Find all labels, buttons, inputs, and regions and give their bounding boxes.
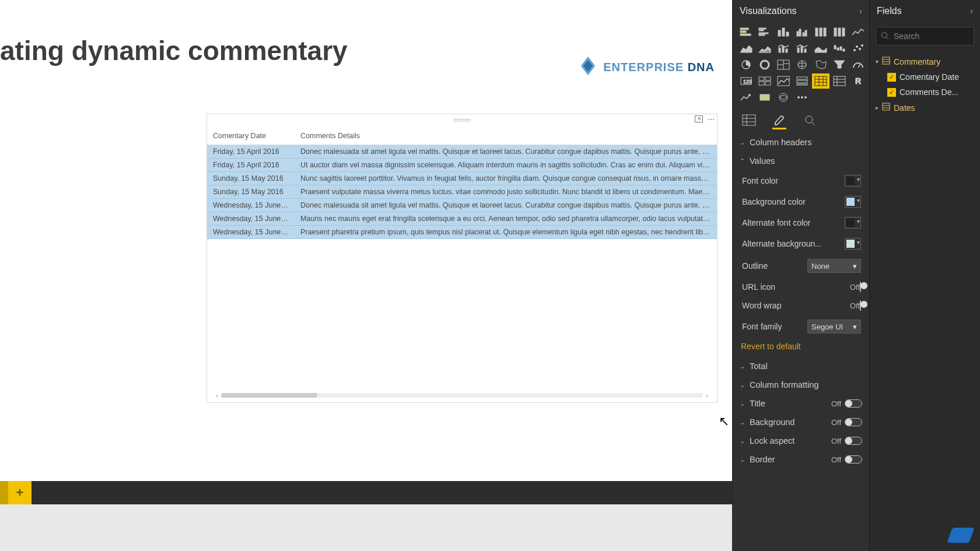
svg-rect-32 bbox=[834, 45, 836, 49]
format-subtabs bbox=[733, 107, 869, 131]
section-title[interactable]: ⌄ Title Off bbox=[733, 394, 869, 413]
viz-pie-icon[interactable] bbox=[738, 58, 754, 71]
table-commentary[interactable]: ▾Commentary bbox=[872, 54, 978, 69]
svg-rect-14 bbox=[799, 29, 801, 36]
viz-line-col-icon[interactable] bbox=[794, 42, 810, 55]
viz-clustered-col-icon[interactable] bbox=[794, 26, 810, 38]
viz-arc-gis-icon[interactable] bbox=[776, 91, 791, 104]
svg-rect-35 bbox=[843, 49, 845, 51]
alt-bg-color-swatch[interactable] bbox=[845, 238, 861, 250]
viz-slicer-icon[interactable] bbox=[794, 75, 810, 87]
scroll-track[interactable] bbox=[221, 393, 703, 398]
field-checkbox[interactable]: ✓ bbox=[887, 73, 896, 82]
viz-table-icon[interactable] bbox=[813, 75, 828, 87]
viz-matrix-icon[interactable] bbox=[832, 75, 847, 87]
collapse-viz-pane-icon[interactable]: › bbox=[859, 6, 862, 16]
field-item[interactable]: ✓Comentary Date bbox=[872, 69, 978, 85]
url-icon-toggle[interactable] bbox=[860, 282, 861, 292]
viz-filled-map-icon[interactable] bbox=[813, 58, 828, 71]
viz-key-influencer-icon[interactable] bbox=[757, 91, 772, 104]
section-total[interactable]: ⌄ Total bbox=[733, 357, 869, 375]
table-row[interactable]: Friday, 15 April 2016Ut auctor diam vel … bbox=[207, 159, 717, 172]
font-color-swatch[interactable] bbox=[845, 175, 861, 187]
drag-handle-icon[interactable] bbox=[453, 119, 471, 121]
chevron-down-icon: ▾ bbox=[853, 322, 857, 331]
viz-card-icon[interactable]: 123 bbox=[738, 75, 754, 87]
viz-donut-icon[interactable] bbox=[757, 58, 772, 71]
viz-more-icon[interactable] bbox=[794, 91, 810, 104]
viz-funnel-icon[interactable] bbox=[832, 58, 847, 71]
viz-map-icon[interactable] bbox=[794, 58, 810, 71]
table-row[interactable]: Sunday, 15 May 2016Nunc sagittis laoreet… bbox=[207, 172, 717, 185]
scroll-thumb[interactable] bbox=[221, 393, 317, 398]
viz-stacked-col-icon[interactable] bbox=[776, 26, 791, 38]
add-sheet-button[interactable]: + bbox=[8, 481, 32, 504]
svg-rect-58 bbox=[797, 77, 807, 79]
chevron-down-icon: ▾ bbox=[853, 262, 857, 271]
revert-to-default-button[interactable]: Revert to default bbox=[733, 338, 869, 357]
table-row[interactable]: Wednesday, 15 June 2016Praesent pharetra… bbox=[207, 226, 717, 239]
format-tab[interactable] bbox=[771, 113, 788, 127]
background-toggle[interactable] bbox=[845, 418, 862, 426]
field-checkbox[interactable]: ✓ bbox=[887, 88, 896, 97]
section-background[interactable]: ⌄ Background Off bbox=[733, 413, 869, 431]
word-wrap-toggle[interactable] bbox=[860, 300, 861, 311]
table-row[interactable]: Friday, 15 April 2016Donec malesuada sit… bbox=[207, 145, 717, 159]
svg-rect-9 bbox=[759, 34, 765, 36]
column-header[interactable]: Comentary Date bbox=[207, 126, 295, 145]
table-visual[interactable]: ⋯ Comentary Date Comments Details Friday… bbox=[206, 114, 718, 403]
active-sheet-tab-cap[interactable] bbox=[0, 481, 8, 504]
scroll-right-icon[interactable]: › bbox=[703, 392, 711, 399]
table-row[interactable]: Wednesday, 15 June 2016Mauris nec mauris… bbox=[207, 212, 717, 226]
horizontal-scrollbar[interactable]: ‹ › bbox=[213, 392, 711, 399]
viz-area-icon[interactable] bbox=[738, 42, 754, 55]
font-family-dropdown[interactable]: Segoe UI▾ bbox=[807, 320, 861, 334]
viz-line-icon[interactable] bbox=[850, 26, 866, 38]
table-dates[interactable]: ▸Dates bbox=[872, 100, 978, 115]
scroll-left-icon[interactable]: ‹ bbox=[213, 392, 221, 399]
table-row[interactable]: Sunday, 15 May 2016Praesent vulputate ma… bbox=[207, 185, 717, 199]
viz-treemap-icon[interactable] bbox=[776, 58, 791, 71]
analytics-tab[interactable] bbox=[802, 113, 818, 127]
viz-kpi-icon[interactable] bbox=[776, 75, 791, 87]
section-column-formatting[interactable]: ⌄ Column formatting bbox=[733, 375, 869, 394]
background-color-swatch[interactable] bbox=[845, 196, 861, 208]
viz-scatter-icon[interactable] bbox=[850, 42, 866, 55]
viz-stacked-area-icon[interactable] bbox=[757, 42, 772, 55]
viz-clustered-col-100-icon[interactable] bbox=[832, 26, 847, 38]
viz-multi-card-icon[interactable] bbox=[757, 75, 772, 87]
alt-font-color-swatch[interactable] bbox=[845, 217, 861, 229]
field-item[interactable]: ✓Comments De... bbox=[872, 85, 978, 100]
viz-ribbon-icon[interactable] bbox=[813, 42, 828, 55]
viz-stacked-bar-icon[interactable] bbox=[738, 26, 754, 38]
table-icon bbox=[882, 57, 890, 66]
svg-point-37 bbox=[856, 45, 858, 47]
viz-line-bar-icon[interactable] bbox=[776, 42, 791, 55]
focus-mode-icon[interactable] bbox=[695, 115, 703, 124]
section-values[interactable]: ⌃ Values bbox=[733, 152, 869, 170]
section-border[interactable]: ⌄ Border Off bbox=[733, 450, 869, 469]
collapse-fields-pane-icon[interactable]: › bbox=[970, 6, 973, 16]
svg-rect-12 bbox=[786, 32, 789, 36]
section-lock-aspect[interactable]: ⌄ Lock aspect Off bbox=[733, 431, 869, 450]
title-toggle[interactable] bbox=[845, 399, 862, 408]
column-header[interactable]: Comments Details bbox=[295, 126, 717, 145]
outline-dropdown[interactable]: None▾ bbox=[807, 259, 861, 273]
viz-py-visual-icon[interactable] bbox=[738, 91, 754, 104]
viz-stacked-col-100-icon[interactable] bbox=[813, 26, 828, 38]
table-label: Commentary bbox=[894, 57, 940, 66]
section-column-headers[interactable]: ⌄ Column headers bbox=[733, 133, 869, 152]
svg-rect-57 bbox=[778, 76, 789, 86]
svg-line-84 bbox=[886, 37, 888, 39]
viz-r-visual-icon[interactable]: R bbox=[850, 75, 866, 87]
fields-well-tab[interactable] bbox=[741, 113, 757, 127]
svg-rect-33 bbox=[837, 48, 839, 50]
table-row[interactable]: Wednesday, 15 June 2016Donec malesuada s… bbox=[207, 199, 717, 212]
fields-search-input[interactable]: Search bbox=[876, 27, 974, 45]
viz-clustered-bar-icon[interactable] bbox=[757, 26, 772, 38]
viz-waterfall-icon[interactable] bbox=[832, 42, 847, 55]
more-options-icon[interactable]: ⋯ bbox=[708, 115, 715, 124]
viz-gauge-icon[interactable] bbox=[850, 58, 866, 71]
border-toggle[interactable] bbox=[845, 455, 862, 464]
lock-aspect-toggle[interactable] bbox=[845, 437, 862, 445]
